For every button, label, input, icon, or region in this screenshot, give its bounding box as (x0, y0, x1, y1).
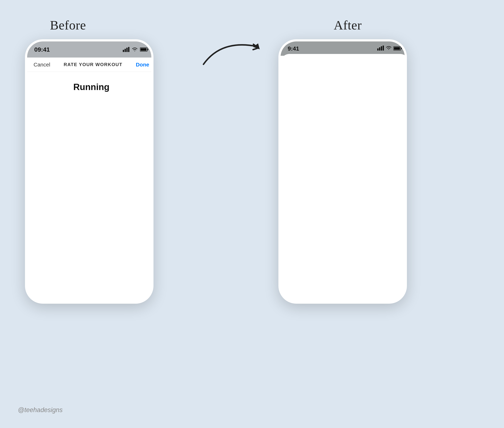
svg-rect-20 (394, 47, 400, 50)
svg-rect-7 (140, 48, 146, 51)
signal-icon (377, 46, 384, 50)
svg-rect-15 (379, 47, 380, 50)
battery-icon (140, 47, 149, 52)
battery-icon (393, 46, 402, 50)
wifi-icon (386, 46, 392, 50)
svg-rect-2 (125, 49, 126, 52)
before-nav-title: RATE YOUR WORKOUT (64, 62, 122, 67)
svg-rect-6 (147, 49, 148, 50)
svg-rect-17 (383, 46, 384, 50)
svg-rect-16 (381, 46, 382, 50)
svg-rect-4 (128, 47, 129, 52)
svg-rect-14 (377, 49, 378, 50)
before-status-bar: 09:41 (27, 41, 153, 58)
wifi-icon (132, 47, 138, 52)
before-workout-title: Running (27, 82, 153, 304)
before-nav-bar: Cancel RATE YOUR WORKOUT Done (27, 58, 153, 72)
before-label: Before (50, 18, 86, 33)
after-status-icons (377, 45, 402, 52)
transition-arrow (196, 32, 264, 71)
before-status-icons (123, 47, 149, 52)
after-time: 9:41 (288, 45, 299, 52)
svg-rect-3 (126, 48, 128, 52)
before-done-button[interactable]: Done (136, 62, 149, 68)
credit-label: @teehadesigns (18, 406, 63, 414)
signal-icon (123, 47, 129, 52)
svg-rect-1 (123, 50, 124, 52)
before-phone: 09:41 Cancel RATE Y (25, 39, 153, 304)
after-label: After (334, 18, 362, 33)
after-modal-card: ✕ Rate your workout (280, 54, 407, 304)
after-phone: 9:41 ✕ Rate your workout (278, 39, 407, 304)
after-status-bar: 9:41 (280, 41, 407, 56)
svg-rect-19 (401, 48, 402, 49)
before-cancel-button[interactable]: Cancel (33, 62, 50, 68)
before-time: 09:41 (34, 46, 50, 53)
